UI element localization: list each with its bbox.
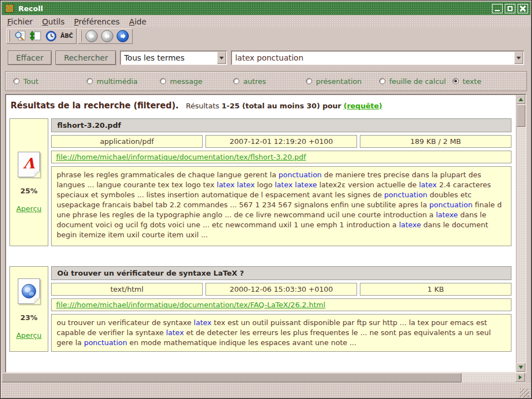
arrow-right-icon [519, 375, 522, 380]
menu-fichier[interactable]: Fichier [7, 17, 33, 26]
search-mode-value: Tous les termes [121, 51, 217, 64]
search-button[interactable]: Rechercher [56, 51, 116, 65]
nav-previous-page-button[interactable] [100, 29, 114, 43]
toolbar: ÂBĈ [1, 27, 531, 44]
maximize-button[interactable] [505, 4, 515, 13]
status-bar [1, 382, 531, 399]
result-meta-row: text/html 2000-12-06 15:03:30 +0100 1 KB [51, 283, 511, 296]
term-explorer-icon: ÂBĈ [61, 33, 73, 39]
toolbar-handle[interactable] [8, 31, 10, 42]
menu-aide[interactable]: Aide [129, 17, 147, 26]
vertical-scroll-thumb[interactable] [516, 104, 525, 127]
result-mime: application/pdf [51, 135, 203, 148]
preview-document-button[interactable] [13, 29, 27, 43]
query-dropdown-button[interactable] [514, 52, 523, 64]
radio-icon [87, 78, 93, 84]
result-side-cell: 23% Aperçu [9, 266, 48, 352]
pdf-document-icon[interactable]: Ʌ [18, 152, 40, 177]
nav-next-page-button[interactable] [116, 29, 130, 43]
result-item: Ʌ 25% Aperçu flshort-3.20.pdf applicatio… [9, 118, 511, 246]
category-filter-bar: Tout multimédia message autres présentat… [5, 71, 527, 91]
results-panel: Résultats de la recherche (filtered). Ré… [5, 94, 526, 373]
preview-link[interactable]: Aperçu [16, 205, 42, 213]
mode-dropdown-button[interactable] [217, 52, 226, 64]
radio-icon [379, 78, 385, 84]
filter-radio-tout[interactable]: Tout [13, 77, 38, 86]
menu-outils[interactable]: Outils [42, 17, 64, 26]
arrow-down-icon [519, 366, 523, 369]
query-details-link[interactable]: (requête) [344, 102, 383, 110]
arrow-up-icon [519, 98, 523, 101]
horizontal-scroll-thumb[interactable] [2, 373, 461, 382]
history-clock-icon [45, 30, 57, 42]
horizontal-scrollbar[interactable] [2, 373, 525, 382]
menu-preferences[interactable]: Préférences [74, 17, 119, 26]
search-input[interactable] [232, 51, 514, 64]
app-icon [5, 4, 14, 13]
result-date: 2007-12-01 12:19:20 +0100 [205, 135, 357, 148]
radio-icon [13, 78, 19, 84]
result-mime: text/html [51, 283, 203, 296]
nav-next-page-icon [117, 30, 129, 42]
toolbar-handle[interactable] [80, 31, 82, 42]
radio-icon [453, 78, 459, 84]
sort-document-icon [29, 30, 42, 42]
filter-radio-presentation[interactable]: présentation [306, 77, 362, 86]
result-snippet: ou trouver un verificateur de syntaxe la… [51, 314, 511, 352]
filter-radio-autres[interactable]: autres [233, 77, 266, 86]
titlebar[interactable]: Recoll [2, 2, 530, 15]
result-url-link[interactable]: file:///home/michael/informatique/docume… [56, 301, 325, 309]
scroll-down-button[interactable] [516, 363, 525, 372]
radio-icon [233, 78, 239, 84]
nav-first-page-button[interactable] [84, 29, 99, 43]
toolbar-group-main: ÂBĈ [6, 28, 77, 44]
relevance-percent: 25% [20, 187, 37, 195]
query-combo[interactable] [231, 51, 524, 65]
history-button[interactable] [44, 29, 58, 43]
maximize-icon [508, 6, 513, 11]
filter-radio-multimedia[interactable]: multimédia [87, 77, 138, 86]
chevron-down-icon [516, 57, 521, 59]
result-url-cell: file:///home/michael/informatique/docume… [51, 298, 511, 311]
update-index-button[interactable] [28, 29, 43, 43]
nav-previous-page-icon [101, 30, 113, 42]
results-summary: Résultats 1-25 (total au moins 30) pour … [186, 102, 382, 110]
close-button[interactable] [518, 4, 528, 13]
menubar: Fichier Outils Préférences Aide [1, 15, 531, 27]
search-mode-select[interactable]: Tous les termes [120, 51, 227, 65]
html-document-icon[interactable] [18, 278, 40, 304]
relevance-percent: 23% [20, 313, 37, 322]
term-explorer-button[interactable]: ÂBĈ [59, 29, 74, 43]
nav-first-page-icon [86, 30, 98, 42]
results-list: Résultats de la recherche (filtered). Ré… [6, 95, 516, 372]
radio-icon [160, 78, 166, 84]
result-detail-column: flshort-3.20.pdf application/pdf 2007-12… [51, 118, 511, 246]
scroll-right-button[interactable] [515, 373, 525, 382]
search-bar: Effacer Rechercher Tous les termes [8, 49, 524, 66]
resize-grip[interactable] [520, 388, 529, 397]
filter-radio-feuille-de-calcul[interactable]: feuille de calcul [379, 77, 446, 86]
filter-radio-message[interactable]: message [160, 77, 202, 86]
result-url-cell: file:///home/michael/informatique/docume… [51, 151, 511, 163]
vertical-scrollbar[interactable] [516, 95, 525, 372]
toolbar-group-nav [78, 28, 133, 44]
result-size: 1 KB [360, 283, 511, 296]
preview-link[interactable]: Aperçu [16, 331, 42, 340]
close-icon [520, 6, 526, 12]
filter-radio-texte[interactable]: texte [453, 77, 481, 86]
result-url-link[interactable]: file:///home/michael/informatique/docume… [56, 153, 306, 161]
preview-document-icon [14, 30, 26, 42]
window-title: Recoll [18, 4, 490, 13]
result-item: 23% Aperçu Où trouver un vérificateur de… [9, 266, 511, 352]
result-title: flshort-3.20.pdf [51, 118, 511, 132]
clear-button[interactable]: Effacer [8, 51, 52, 65]
scroll-up-button[interactable] [516, 95, 525, 104]
result-meta-row: application/pdf 2007-12-01 12:19:20 +010… [51, 135, 511, 148]
results-title: Résultats de la recherche (filtered). [11, 101, 179, 111]
minimize-button[interactable] [492, 4, 503, 13]
result-detail-column: Où trouver un vérificateur de syntaxe La… [51, 266, 511, 352]
recoll-window: Recoll Fichier Outils Préférences Aide [0, 0, 532, 399]
result-size: 189 KB / 2 MB [360, 135, 511, 148]
results-heading: Résultats de la recherche (filtered). Ré… [11, 100, 515, 111]
minimize-icon [495, 10, 500, 11]
